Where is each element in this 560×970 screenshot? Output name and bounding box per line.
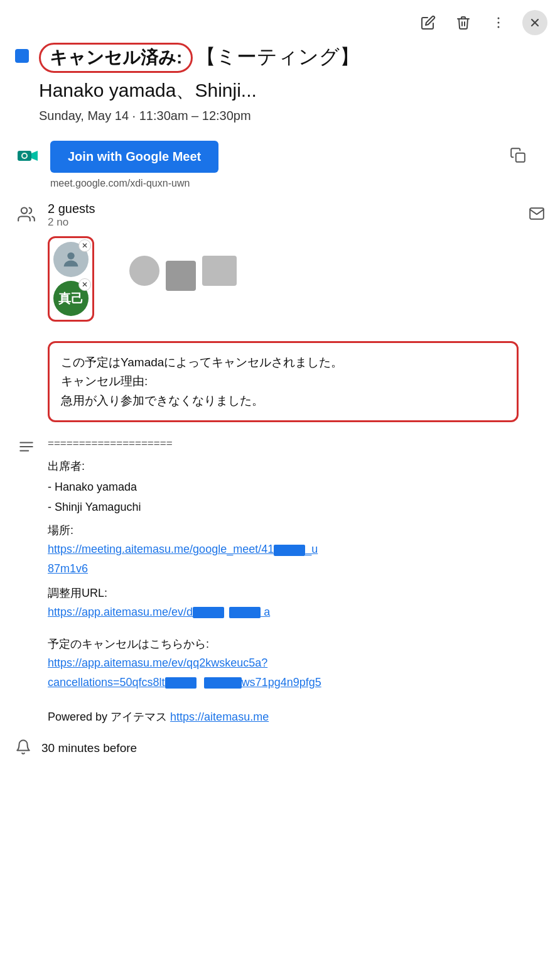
email-guests-button[interactable] (529, 205, 545, 224)
cancel-msg-line1: この予定はYamadaによってキャンセルされました。 (61, 356, 343, 369)
attendees-label: 出席者: (48, 457, 321, 476)
cancel-msg-line3: 急用が入り参加できなくなりました。 (61, 394, 264, 407)
join-meet-button[interactable]: Join with Google Meet (50, 141, 218, 173)
copy-link-button[interactable] (510, 147, 526, 166)
toolbar (0, 0, 560, 40)
event-subtitle: Hanako yamada、Shinji... (39, 78, 545, 104)
description-content: ==================== 出席者: - Hanako yamad… (48, 435, 321, 726)
svg-point-2 (498, 26, 500, 28)
event-detail-content: キャンセル済み: 【ミーティング】 Hanako yamada、Shinji..… (0, 43, 560, 783)
avatars-highlighted-box: ✕ 真己 ✕ (48, 236, 94, 322)
avatar-1-wrapper: ✕ (53, 242, 89, 277)
more-options-button[interactable] (487, 11, 510, 34)
guests-content: 2 guests 2 no ✕ 真己 (48, 202, 519, 422)
powered-by-line: Powered by アイテマス https://aitemasu.me (48, 707, 321, 727)
event-title-suffix: 【ミーティング】 (196, 45, 360, 68)
event-date: Sunday, May 14 (39, 109, 129, 123)
svg-point-11 (21, 208, 27, 214)
google-meet-section: Join with Google Meet meet.google.com/xd… (15, 141, 545, 189)
event-datetime: Sunday, May 14 · 11:30am – 12:30pm (39, 109, 545, 123)
avatar-1-remove[interactable]: ✕ (78, 239, 91, 252)
attendee-2: - Shinji Yamaguchi (48, 498, 321, 517)
svg-point-8 (23, 154, 26, 158)
event-color-dot (15, 49, 29, 63)
avatar-redacted-2 (166, 261, 196, 291)
avatar-redacted-3 (202, 256, 237, 286)
description-icon (15, 439, 38, 455)
cancelled-badge: キャンセル済み: (39, 43, 193, 73)
svg-point-0 (498, 18, 500, 19)
adjust-link[interactable]: https://app.aitemasu.me/ev/d a (48, 602, 321, 622)
location-label: 場所: (48, 521, 321, 540)
datetime-separator: · (132, 109, 139, 123)
cancel-message-box: この予定はYamadaによってキャンセルされました。 キャンセル理由: 急用が入… (48, 341, 519, 422)
event-time: 11:30am – 12:30pm (139, 109, 251, 123)
extra-avatars (129, 256, 519, 291)
avatars-container: ✕ 真己 ✕ (48, 236, 519, 291)
event-title-row: キャンセル済み: 【ミーティング】 Hanako yamada、Shinji..… (15, 43, 545, 104)
edit-button[interactable] (417, 11, 439, 34)
description-section: ==================== 出席者: - Hanako yamad… (15, 435, 545, 726)
svg-point-1 (498, 22, 500, 24)
meet-content: Join with Google Meet meet.google.com/xd… (50, 141, 545, 189)
separator-line: ==================== (48, 435, 321, 453)
reminder-text: 30 minutes before (41, 741, 137, 755)
google-meet-icon (15, 143, 40, 168)
reminder-row: 30 minutes before (15, 739, 545, 758)
cancel-section-label: 予定のキャンセルはこちらから: (48, 635, 321, 654)
redacted-1 (274, 545, 305, 556)
svg-point-12 (67, 253, 74, 259)
redacted-4 (165, 677, 197, 689)
cancel-link[interactable]: https://app.aitemasu.me/ev/qq2kwskeuc5a?… (48, 653, 321, 692)
avatar-2-remove[interactable]: ✕ (78, 278, 91, 291)
event-title-block: キャンセル済み: 【ミーティング】 Hanako yamada、Shinji..… (39, 43, 545, 104)
event-title-line1: キャンセル済み: 【ミーティング】 (39, 43, 545, 75)
redacted-2 (193, 607, 224, 618)
attendee-1: - Hanako yamada (48, 477, 321, 497)
svg-rect-10 (516, 153, 525, 162)
guests-count: 2 guests (48, 202, 519, 216)
meet-link-text: meet.google.com/xdi-quxn-uwn (50, 178, 545, 189)
powered-text: Powered by アイテマス (48, 711, 167, 723)
guests-icon (15, 205, 38, 223)
redacted-3 (229, 607, 261, 618)
cancel-message-section: この予定はYamadaによってキャンセルされました。 キャンセル理由: 急用が入… (48, 341, 519, 422)
bell-icon (15, 739, 31, 758)
adjust-label: 調整用URL: (48, 584, 321, 603)
location-link[interactable]: https://meeting.aitemasu.me/google_meet/… (48, 540, 321, 578)
delete-button[interactable] (452, 11, 475, 34)
cancel-msg-line2: キャンセル理由: (61, 374, 148, 388)
close-button[interactable] (522, 10, 547, 35)
guests-section: 2 guests 2 no ✕ 真己 (15, 202, 545, 422)
redacted-5 (204, 677, 242, 689)
avatar-2-wrapper: 真己 ✕ (53, 281, 89, 316)
powered-link[interactable]: https://aitemasu.me (170, 711, 269, 723)
guests-sub: 2 no (48, 216, 519, 229)
avatar-redacted-1 (129, 256, 159, 286)
